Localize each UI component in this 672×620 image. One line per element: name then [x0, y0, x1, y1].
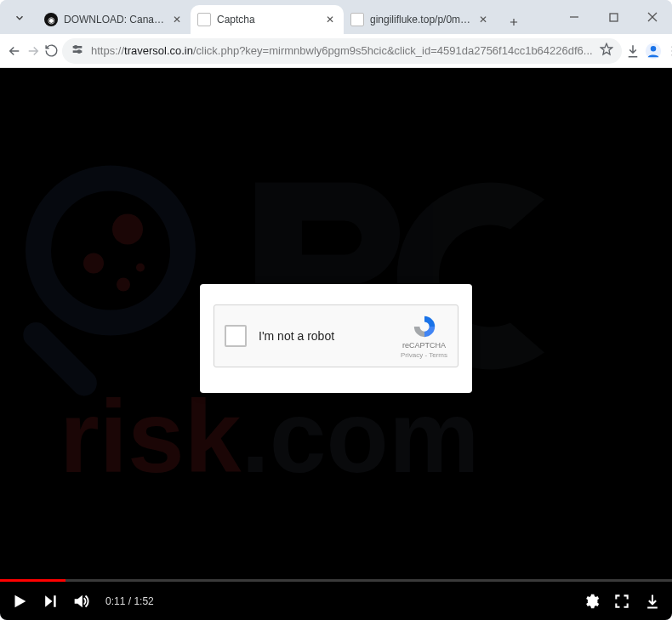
time-display: 0:11 / 1:52	[105, 595, 154, 607]
svg-point-11	[38, 179, 183, 323]
profile-button[interactable]	[644, 37, 663, 65]
recaptcha-brand: reCAPTCHA	[402, 341, 446, 350]
close-icon[interactable]: ✕	[323, 13, 337, 26]
play-button[interactable]	[10, 592, 29, 611]
titlebar: ◉ DOWNLOAD: Canary Black (20 ✕ Captcha ✕…	[0, 0, 672, 34]
tab-title: DOWNLOAD: Canary Black (20	[64, 14, 167, 26]
recaptcha-badge: reCAPTCHA Privacy - Terms	[401, 314, 447, 359]
settings-button[interactable]	[582, 592, 601, 611]
window-controls	[555, 0, 672, 34]
odysee-icon: ◉	[44, 13, 58, 26]
tab-download[interactable]: ◉ DOWNLOAD: Canary Black (20 ✕	[37, 5, 191, 34]
forward-button[interactable]	[26, 37, 41, 65]
url-text: https://traversol.co.in/click.php?key=mi…	[91, 44, 593, 57]
blank-favicon-icon	[197, 13, 211, 26]
tab-strip: ◉ DOWNLOAD: Canary Black (20 ✕ Captcha ✕…	[37, 0, 555, 34]
watermark-text: risk.com	[60, 379, 480, 493]
browser-window: ◉ DOWNLOAD: Canary Black (20 ✕ Captcha ✕…	[0, 0, 672, 620]
tab-title: Captcha	[217, 14, 320, 26]
recaptcha-checkbox[interactable]	[225, 325, 247, 347]
maximize-button[interactable]	[594, 3, 633, 31]
volume-button[interactable]	[71, 592, 90, 611]
progress-bar[interactable]	[0, 579, 672, 582]
site-info-icon[interactable]	[71, 43, 84, 59]
svg-point-14	[83, 253, 104, 274]
download-video-button[interactable]	[643, 592, 662, 611]
bookmark-icon[interactable]	[600, 43, 613, 59]
address-bar[interactable]: https://traversol.co.in/click.php?key=mi…	[62, 38, 622, 64]
recaptcha-legal[interactable]: Privacy - Terms	[401, 351, 447, 359]
window-close-button[interactable]	[633, 3, 672, 31]
svg-point-16	[136, 264, 145, 272]
back-button[interactable]	[7, 37, 22, 65]
tab-title: gingilifluke.top/p/0mvDXVdx8	[370, 14, 473, 26]
close-icon[interactable]: ✕	[170, 13, 184, 26]
downloads-button[interactable]	[625, 37, 641, 65]
fullscreen-button[interactable]	[612, 592, 631, 611]
toolbar: https://traversol.co.in/click.php?key=mi…	[0, 34, 672, 68]
tab-search-button[interactable]	[5, 3, 34, 32]
reload-button[interactable]	[44, 37, 59, 65]
video-player-controls: 0:11 / 1:52	[0, 579, 672, 620]
svg-point-7	[650, 46, 655, 51]
page-content: risk.com I'm not a robot reCAPTC	[0, 68, 672, 620]
close-icon[interactable]: ✕	[476, 13, 490, 26]
svg-rect-1	[610, 14, 618, 21]
recaptcha-widget: I'm not a robot reCAPTCHA Privacy - Term…	[214, 304, 458, 367]
next-button[interactable]	[41, 592, 60, 611]
progress-played	[0, 579, 65, 582]
tab-gingilifluke[interactable]: gingilifluke.top/p/0mvDXVdx8 ✕	[344, 5, 497, 34]
menu-button[interactable]	[666, 37, 672, 65]
minimize-button[interactable]	[555, 3, 594, 31]
captcha-card: I'm not a robot reCAPTCHA Privacy - Term…	[200, 284, 472, 393]
recaptcha-label: I'm not a robot	[259, 329, 389, 343]
tab-captcha[interactable]: Captcha ✕	[191, 5, 344, 34]
svg-rect-12	[18, 317, 102, 401]
blank-favicon-icon	[350, 13, 364, 26]
new-tab-button[interactable]	[502, 10, 526, 34]
svg-point-15	[117, 278, 130, 292]
recaptcha-icon	[412, 314, 437, 339]
svg-point-13	[112, 214, 143, 245]
